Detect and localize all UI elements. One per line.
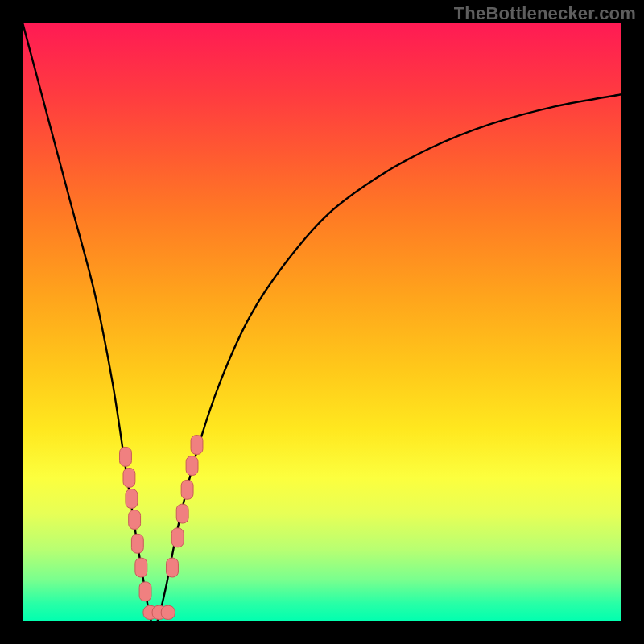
marker-point — [126, 489, 138, 509]
marker-point — [181, 480, 193, 499]
curve-path — [23, 23, 621, 621]
bottleneck-curve — [23, 23, 621, 621]
marker-point — [171, 528, 184, 547]
marker-point — [176, 504, 188, 523]
watermark-text: TheBottlenecker.com — [454, 3, 636, 24]
marker-point — [129, 510, 141, 530]
marker-point — [191, 436, 203, 455]
marker-point — [131, 534, 143, 553]
marker-point — [139, 582, 151, 601]
marker-point — [167, 558, 179, 577]
chart-frame: TheBottlenecker.com — [0, 0, 644, 644]
plot-area — [23, 23, 621, 621]
marker-point — [135, 558, 147, 577]
marker-point — [161, 605, 175, 619]
marker-point — [120, 447, 132, 466]
marker-point — [123, 469, 135, 488]
marker-point — [186, 456, 198, 476]
